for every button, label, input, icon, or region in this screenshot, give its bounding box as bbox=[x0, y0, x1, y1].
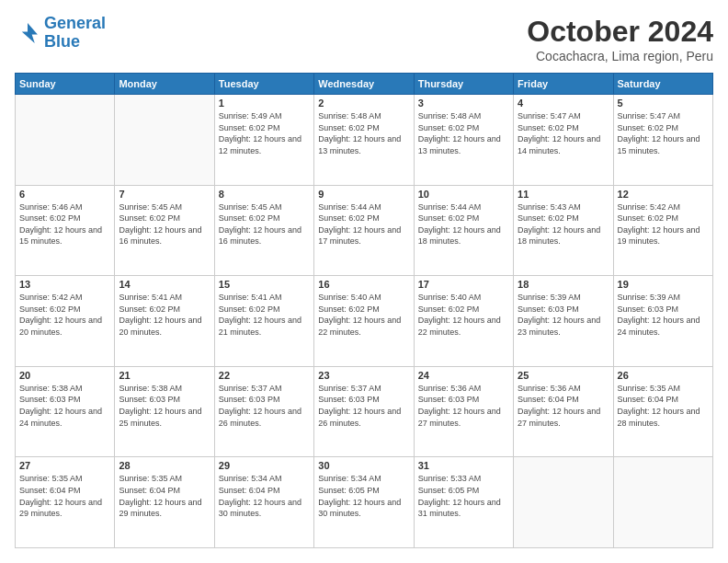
table-row: 21Sunrise: 5:38 AMSunset: 6:03 PMDayligh… bbox=[115, 366, 214, 457]
calendar-week-row: 1Sunrise: 5:49 AMSunset: 6:02 PMDaylight… bbox=[16, 95, 713, 186]
day-info: Sunrise: 5:35 AMSunset: 6:04 PMDaylight:… bbox=[119, 473, 210, 519]
day-number: 7 bbox=[119, 189, 210, 200]
table-row: 16Sunrise: 5:40 AMSunset: 6:02 PMDayligh… bbox=[314, 276, 414, 367]
day-info: Sunrise: 5:41 AMSunset: 6:02 PMDaylight:… bbox=[119, 292, 210, 338]
day-info: Sunrise: 5:34 AMSunset: 6:04 PMDaylight:… bbox=[219, 473, 310, 519]
day-number: 25 bbox=[518, 370, 609, 381]
day-number: 11 bbox=[518, 189, 609, 200]
table-row: 24Sunrise: 5:36 AMSunset: 6:03 PMDayligh… bbox=[414, 366, 513, 457]
logo-icon bbox=[15, 20, 40, 46]
subtitle: Cocachacra, Lima region, Peru bbox=[527, 49, 713, 63]
calendar-week-row: 27Sunrise: 5:35 AMSunset: 6:04 PMDayligh… bbox=[16, 457, 713, 548]
day-number: 20 bbox=[19, 370, 110, 381]
day-info: Sunrise: 5:42 AMSunset: 6:02 PMDaylight:… bbox=[19, 292, 110, 338]
day-info: Sunrise: 5:40 AMSunset: 6:02 PMDaylight:… bbox=[318, 292, 409, 338]
table-row: 7Sunrise: 5:45 AMSunset: 6:02 PMDaylight… bbox=[115, 185, 214, 276]
table-row: 5Sunrise: 5:47 AMSunset: 6:02 PMDaylight… bbox=[613, 95, 712, 186]
calendar-week-row: 13Sunrise: 5:42 AMSunset: 6:02 PMDayligh… bbox=[16, 276, 713, 367]
table-row: 11Sunrise: 5:43 AMSunset: 6:02 PMDayligh… bbox=[514, 185, 613, 276]
table-row: 3Sunrise: 5:48 AMSunset: 6:02 PMDaylight… bbox=[414, 95, 513, 186]
day-info: Sunrise: 5:44 AMSunset: 6:02 PMDaylight:… bbox=[418, 201, 509, 247]
calendar-table: Sunday Monday Tuesday Wednesday Thursday… bbox=[15, 73, 713, 548]
day-info: Sunrise: 5:43 AMSunset: 6:02 PMDaylight:… bbox=[518, 201, 609, 247]
logo: General Blue bbox=[15, 15, 106, 52]
day-info: Sunrise: 5:34 AMSunset: 6:05 PMDaylight:… bbox=[318, 473, 409, 519]
table-row: 8Sunrise: 5:45 AMSunset: 6:02 PMDaylight… bbox=[214, 185, 313, 276]
table-row: 23Sunrise: 5:37 AMSunset: 6:03 PMDayligh… bbox=[314, 366, 414, 457]
col-tuesday: Tuesday bbox=[214, 74, 313, 95]
day-number: 3 bbox=[418, 98, 509, 109]
table-row: 10Sunrise: 5:44 AMSunset: 6:02 PMDayligh… bbox=[414, 185, 513, 276]
calendar-header-row: Sunday Monday Tuesday Wednesday Thursday… bbox=[16, 74, 713, 95]
day-info: Sunrise: 5:38 AMSunset: 6:03 PMDaylight:… bbox=[119, 383, 210, 429]
table-row: 26Sunrise: 5:35 AMSunset: 6:04 PMDayligh… bbox=[613, 366, 712, 457]
table-row: 29Sunrise: 5:34 AMSunset: 6:04 PMDayligh… bbox=[214, 457, 313, 548]
day-number: 6 bbox=[19, 189, 110, 200]
day-number: 18 bbox=[518, 279, 609, 290]
table-row bbox=[514, 457, 613, 548]
col-monday: Monday bbox=[115, 74, 214, 95]
day-info: Sunrise: 5:35 AMSunset: 6:04 PMDaylight:… bbox=[19, 473, 110, 519]
table-row: 31Sunrise: 5:33 AMSunset: 6:05 PMDayligh… bbox=[414, 457, 513, 548]
table-row: 13Sunrise: 5:42 AMSunset: 6:02 PMDayligh… bbox=[16, 276, 115, 367]
day-info: Sunrise: 5:47 AMSunset: 6:02 PMDaylight:… bbox=[518, 110, 609, 156]
day-number: 4 bbox=[518, 98, 609, 109]
table-row: 12Sunrise: 5:42 AMSunset: 6:02 PMDayligh… bbox=[613, 185, 712, 276]
day-info: Sunrise: 5:44 AMSunset: 6:02 PMDaylight:… bbox=[318, 201, 409, 247]
day-number: 29 bbox=[219, 460, 310, 471]
day-number: 1 bbox=[219, 98, 310, 109]
calendar-week-row: 20Sunrise: 5:38 AMSunset: 6:03 PMDayligh… bbox=[16, 366, 713, 457]
col-thursday: Thursday bbox=[414, 74, 513, 95]
logo-line1: General bbox=[44, 14, 106, 32]
calendar-week-row: 6Sunrise: 5:46 AMSunset: 6:02 PMDaylight… bbox=[16, 185, 713, 276]
table-row: 27Sunrise: 5:35 AMSunset: 6:04 PMDayligh… bbox=[16, 457, 115, 548]
table-row: 1Sunrise: 5:49 AMSunset: 6:02 PMDaylight… bbox=[214, 95, 313, 186]
table-row: 19Sunrise: 5:39 AMSunset: 6:03 PMDayligh… bbox=[613, 276, 712, 367]
table-row: 22Sunrise: 5:37 AMSunset: 6:03 PMDayligh… bbox=[214, 366, 313, 457]
day-number: 21 bbox=[119, 370, 210, 381]
header: General Blue October 2024 Cocachacra, Li… bbox=[15, 15, 713, 63]
table-row: 30Sunrise: 5:34 AMSunset: 6:05 PMDayligh… bbox=[314, 457, 414, 548]
day-number: 27 bbox=[19, 460, 110, 471]
col-wednesday: Wednesday bbox=[314, 74, 414, 95]
table-row: 2Sunrise: 5:48 AMSunset: 6:02 PMDaylight… bbox=[314, 95, 414, 186]
table-row: 25Sunrise: 5:36 AMSunset: 6:04 PMDayligh… bbox=[514, 366, 613, 457]
day-info: Sunrise: 5:37 AMSunset: 6:03 PMDaylight:… bbox=[318, 383, 409, 429]
day-number: 17 bbox=[418, 279, 509, 290]
table-row: 28Sunrise: 5:35 AMSunset: 6:04 PMDayligh… bbox=[115, 457, 214, 548]
logo-line2: Blue bbox=[44, 32, 80, 51]
day-number: 31 bbox=[418, 460, 509, 471]
day-number: 15 bbox=[219, 279, 310, 290]
day-number: 8 bbox=[219, 189, 310, 200]
day-info: Sunrise: 5:47 AMSunset: 6:02 PMDaylight:… bbox=[618, 110, 709, 156]
day-number: 22 bbox=[219, 370, 310, 381]
table-row bbox=[16, 95, 115, 186]
table-row bbox=[115, 95, 214, 186]
day-info: Sunrise: 5:39 AMSunset: 6:03 PMDaylight:… bbox=[618, 292, 709, 338]
table-row: 20Sunrise: 5:38 AMSunset: 6:03 PMDayligh… bbox=[16, 366, 115, 457]
day-info: Sunrise: 5:36 AMSunset: 6:03 PMDaylight:… bbox=[418, 383, 509, 429]
day-number: 10 bbox=[418, 189, 509, 200]
day-info: Sunrise: 5:33 AMSunset: 6:05 PMDaylight:… bbox=[418, 473, 509, 519]
day-number: 12 bbox=[618, 189, 709, 200]
col-friday: Friday bbox=[514, 74, 613, 95]
table-row: 4Sunrise: 5:47 AMSunset: 6:02 PMDaylight… bbox=[514, 95, 613, 186]
day-info: Sunrise: 5:42 AMSunset: 6:02 PMDaylight:… bbox=[618, 201, 709, 247]
day-info: Sunrise: 5:37 AMSunset: 6:03 PMDaylight:… bbox=[219, 383, 310, 429]
table-row: 18Sunrise: 5:39 AMSunset: 6:03 PMDayligh… bbox=[514, 276, 613, 367]
day-info: Sunrise: 5:35 AMSunset: 6:04 PMDaylight:… bbox=[618, 383, 709, 429]
day-info: Sunrise: 5:48 AMSunset: 6:02 PMDaylight:… bbox=[318, 110, 409, 156]
table-row: 9Sunrise: 5:44 AMSunset: 6:02 PMDaylight… bbox=[314, 185, 414, 276]
svg-marker-0 bbox=[22, 23, 38, 43]
col-saturday: Saturday bbox=[613, 74, 712, 95]
day-info: Sunrise: 5:36 AMSunset: 6:04 PMDaylight:… bbox=[518, 383, 609, 429]
day-number: 16 bbox=[318, 279, 409, 290]
table-row: 17Sunrise: 5:40 AMSunset: 6:02 PMDayligh… bbox=[414, 276, 513, 367]
logo-text: General Blue bbox=[44, 15, 106, 52]
day-info: Sunrise: 5:48 AMSunset: 6:02 PMDaylight:… bbox=[418, 110, 509, 156]
day-number: 5 bbox=[618, 98, 709, 109]
day-number: 19 bbox=[618, 279, 709, 290]
day-number: 30 bbox=[318, 460, 409, 471]
table-row: 6Sunrise: 5:46 AMSunset: 6:02 PMDaylight… bbox=[16, 185, 115, 276]
day-number: 13 bbox=[19, 279, 110, 290]
